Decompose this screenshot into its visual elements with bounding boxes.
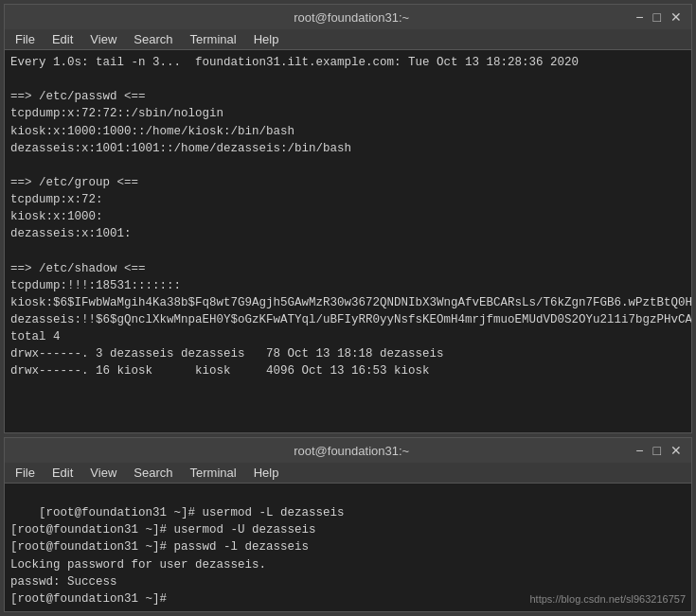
- top-minimize-button[interactable]: −: [634, 9, 645, 25]
- top-menu-bar: File Edit View Search Terminal Help: [5, 29, 691, 50]
- top-menu-help[interactable]: Help: [251, 31, 282, 47]
- bottom-minimize-button[interactable]: −: [634, 443, 645, 458]
- top-window-controls[interactable]: − □ ✕: [634, 9, 684, 25]
- top-terminal-window: root@foundation31:~ − □ ✕ File Edit View…: [4, 4, 692, 433]
- bottom-maximize-button[interactable]: □: [651, 443, 663, 458]
- bottom-menu-terminal[interactable]: Terminal: [187, 465, 240, 481]
- bottom-terminal-text: [root@foundation31 ~]# usermod -L dezass…: [10, 506, 345, 606]
- bottom-menu-edit[interactable]: Edit: [49, 465, 76, 481]
- bottom-window-controls[interactable]: − □ ✕: [634, 443, 684, 458]
- bottom-menu-help[interactable]: Help: [251, 465, 282, 481]
- top-close-button[interactable]: ✕: [669, 9, 684, 25]
- top-maximize-button[interactable]: □: [651, 9, 663, 25]
- bottom-close-button[interactable]: ✕: [669, 443, 684, 458]
- bottom-terminal-content: [root@foundation31 ~]# usermod -L dezass…: [5, 484, 691, 611]
- top-menu-terminal[interactable]: Terminal: [187, 31, 240, 47]
- top-window-title: root@foundation31:~: [69, 10, 634, 25]
- bottom-terminal-window: root@foundation31:~ − □ ✕ File Edit View…: [4, 437, 692, 612]
- top-title-bar: root@foundation31:~ − □ ✕: [5, 5, 691, 29]
- top-terminal-content: Every 1.0s: tail -n 3... foundation31.il…: [5, 50, 691, 432]
- top-menu-edit[interactable]: Edit: [49, 31, 76, 47]
- bottom-window-title: root@foundation31:~: [69, 444, 634, 458]
- bottom-menu-file[interactable]: File: [12, 465, 38, 481]
- bottom-menu-bar: File Edit View Search Terminal Help: [5, 463, 691, 484]
- bottom-menu-search[interactable]: Search: [131, 465, 175, 481]
- watermark: https://blog.csdn.net/sl963216757: [529, 592, 686, 607]
- bottom-title-bar: root@foundation31:~ − □ ✕: [5, 438, 691, 463]
- top-menu-file[interactable]: File: [12, 31, 38, 47]
- top-menu-search[interactable]: Search: [131, 31, 175, 47]
- bottom-menu-view[interactable]: View: [87, 465, 119, 481]
- top-menu-view[interactable]: View: [87, 31, 119, 47]
